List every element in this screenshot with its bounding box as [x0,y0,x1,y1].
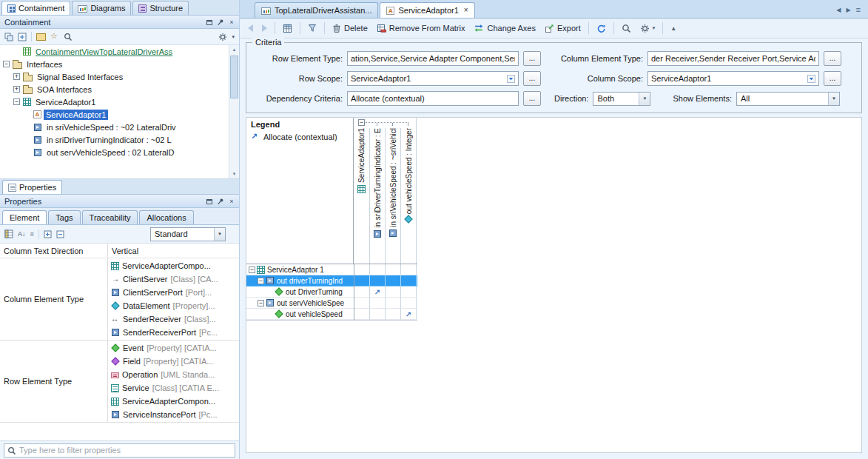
dependency-criteria-field[interactable] [347,91,519,106]
tab-list-icon[interactable]: ≡ [856,5,861,14]
tree-item[interactable]: −Interfaces [0,58,229,70]
matrix-cell[interactable] [354,298,370,309]
float-panel-icon[interactable] [204,196,215,207]
row-scope-selector-icon[interactable] [507,75,515,83]
scroll-up-icon[interactable]: ▲ [229,45,239,54]
matrix-cell[interactable] [386,275,401,287]
property-value-item[interactable]: SenderReceiverPort[Pc... [108,326,239,339]
tree-item[interactable]: ContainmentViewTopLateralDriverAss [0,45,229,58]
matrix-row[interactable]: out vehicleSpeed↗ [246,309,417,320]
property-value-item[interactable]: DataElement[Property]... [108,299,239,312]
matrix-row[interactable]: −ServiceAdaptor 1 [246,264,417,275]
remove-from-matrix-button[interactable]: Remove From Matrix [373,21,469,36]
refresh-button[interactable] [593,21,610,36]
tree-expander-icon[interactable]: + [13,73,20,80]
matrix-row-expander-icon[interactable]: − [258,278,264,284]
scroll-tabs-left-icon[interactable]: ◀ [836,7,841,13]
sort-alphabetically-icon[interactable]: A↓ [18,230,26,238]
settings-button[interactable]: ▾ [636,21,659,36]
matrix-cell[interactable] [354,264,370,275]
tree-expander-icon[interactable]: − [13,98,20,105]
column-scope-selector-icon[interactable] [807,75,815,83]
matrix-cell[interactable] [386,264,401,275]
close-panel-icon[interactable]: × [226,17,237,27]
property-value-item[interactable]: ServiceAdapterCompon... [108,395,239,408]
tree-item[interactable]: out servVehicleSpeed : 02 LateralD [0,146,229,158]
scroll-down-icon[interactable]: ▼ [229,170,239,178]
filter-button[interactable] [304,21,320,36]
close-tab-icon[interactable]: × [464,7,468,14]
properties-filter-input[interactable] [4,443,235,458]
matrix-cell[interactable] [354,275,370,287]
column-element-type-field[interactable] [647,51,819,66]
property-value-item[interactable]: ClientServer[Class] [CA... [108,272,239,286]
matrix-column-header[interactable]: ServiceAdaptor1 [354,128,369,264]
collapse-toolbar-button[interactable]: ▲ [667,21,680,36]
property-value-item[interactable]: SenderReceiver[Class]... [108,312,239,326]
forward-button[interactable] [258,21,271,36]
pin-panel-icon[interactable] [215,196,226,207]
description-icon[interactable]: ≡ [30,230,34,238]
tree-item[interactable]: +Signal Based Interfaces [0,70,229,83]
direction-select[interactable]: Both ▼ [593,92,650,106]
row-scope-field[interactable]: ServiceAdaptor1 [347,71,519,86]
expand-all-icon[interactable] [18,33,27,41]
matrix-cell[interactable] [386,298,401,309]
tree-expander-icon[interactable]: + [13,86,20,93]
property-value-item[interactable]: Event[Property] [CATIA... [108,341,239,355]
matrix-cell[interactable]: ↗ [401,309,417,320]
collapse-all-icon[interactable] [4,33,13,41]
column-scope-browse-button[interactable]: ... [824,71,841,86]
matrix-options-button[interactable] [279,21,296,36]
tree-item[interactable]: +SOA Interfaces [0,83,229,96]
containment-scrollbar[interactable]: ▲ ▼ [229,45,239,178]
dock-tab-containment[interactable]: Containment [1,1,70,15]
back-button[interactable] [244,21,257,36]
tree-item[interactable]: ServiceAdaptor1 [0,108,229,121]
matrix-row[interactable]: −out servVehicleSpee [246,298,417,309]
search-button[interactable] [618,21,635,36]
matrix-cell[interactable] [401,287,417,298]
column-tree-expander-icon[interactable]: − [358,119,365,126]
matrix-row[interactable]: out DriverTurning↗ [246,287,417,298]
matrix-cell[interactable] [370,309,386,320]
dock-tab-structure[interactable]: Structure [132,1,189,15]
expand-properties-icon[interactable] [44,230,52,238]
document-tab-active[interactable]: ServiceAdaptor1× [380,2,474,18]
property-value-item[interactable]: Field[Property] [CATIA... [108,355,239,368]
property-value-item[interactable]: ServiceAdapterCompo... [108,259,239,272]
matrix-cell[interactable] [370,264,386,275]
dependency-criteria-browse-button[interactable]: ... [523,91,541,106]
property-value-item[interactable]: Operation[UML Standa... [108,368,239,381]
search-icon[interactable] [64,33,73,41]
matrix-cell[interactable] [401,275,417,287]
tree-item[interactable]: in sriVehicleSpeed : ~02 LateralDriv [0,121,229,133]
matrix-cell[interactable] [370,298,386,309]
column-element-type-browse-button[interactable]: ... [824,51,841,66]
tree-expander-icon[interactable]: − [3,61,10,67]
properties-mode-select[interactable]: Standard ▼ [150,227,226,241]
property-value-item[interactable]: ServiceInstancePort[Pc... [108,408,239,421]
matrix-row-expander-icon[interactable]: − [258,300,264,306]
tree-item[interactable]: in sriDriverTurningIndicator : ~02 L [0,133,229,146]
row-scope-browse-button[interactable]: ... [523,71,541,86]
matrix-cell[interactable] [354,287,370,298]
tab-tags[interactable]: Tags [48,210,80,224]
tab-traceability[interactable]: Traceability [82,210,138,224]
float-panel-icon[interactable] [204,17,215,27]
matrix-row[interactable]: −out driverTurningInd [246,275,417,287]
export-button[interactable]: Export [541,21,585,36]
scroll-tabs-right-icon[interactable]: ▶ [846,7,850,13]
matrix-column-header[interactable]: out vehicleSpeed : Integer [400,128,416,264]
tab-allocations[interactable]: Allocations [139,210,193,224]
column-scope-field[interactable]: ServiceAdaptor1 [647,71,819,86]
document-tab-inactive[interactable]: TopLateralDriverAssistan... [255,2,378,18]
collapse-properties-icon[interactable] [56,230,64,238]
categorized-view-icon[interactable] [4,230,13,238]
pin-panel-icon[interactable] [215,17,226,27]
matrix-cell[interactable] [401,264,417,275]
row-element-type-field[interactable] [347,51,519,66]
row-element-type-browse-button[interactable]: ... [523,51,541,66]
matrix-cell[interactable]: ↗ [370,287,386,298]
matrix-column-header[interactable]: in sriDriverTurningIndicator : E [369,128,385,264]
